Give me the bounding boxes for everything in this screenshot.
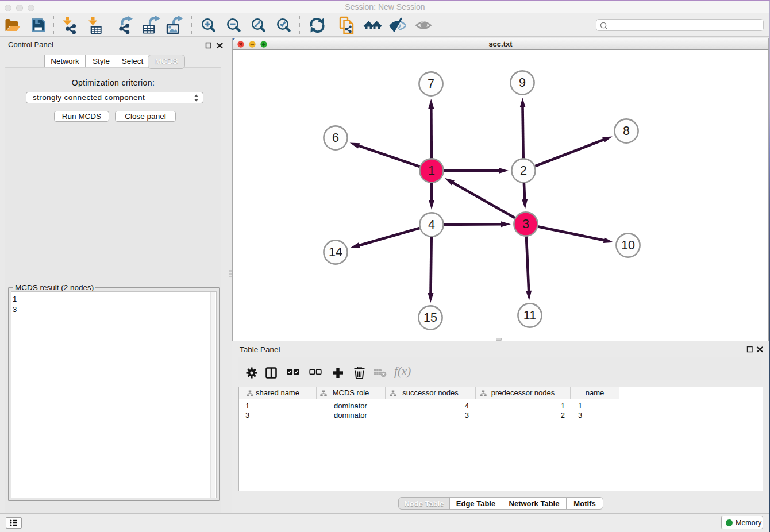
svg-text:10: 10 xyxy=(621,238,635,252)
svg-text:4: 4 xyxy=(428,218,435,232)
svg-text:7: 7 xyxy=(428,77,434,91)
svg-text:11: 11 xyxy=(523,309,536,322)
svg-text:1: 1 xyxy=(428,164,435,178)
svg-text:8: 8 xyxy=(623,124,630,138)
svg-text:15: 15 xyxy=(424,311,437,325)
svg-text:9: 9 xyxy=(519,76,526,90)
svg-text:6: 6 xyxy=(332,131,339,145)
svg-text:14: 14 xyxy=(329,245,342,259)
svg-text:3: 3 xyxy=(522,217,529,231)
svg-text:2: 2 xyxy=(520,164,527,178)
